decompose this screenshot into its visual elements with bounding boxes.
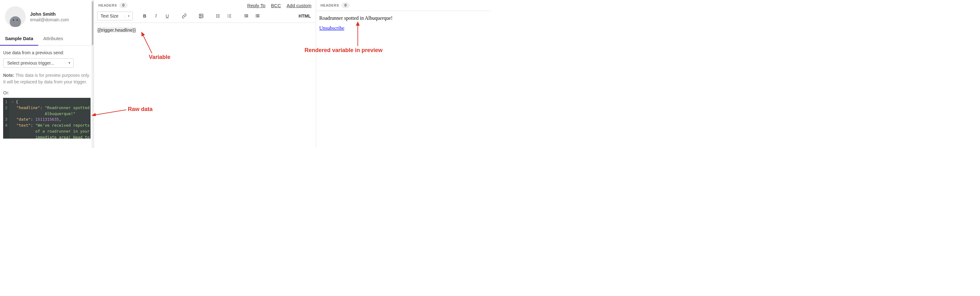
editor-body[interactable]: {{trigger.headline}} [94, 23, 316, 37]
profile-email: email@domain.com [30, 17, 69, 22]
sidebar-tabs: Sample Data Attributes [0, 33, 94, 46]
preview-rendered-text: Roadrunner spotted in Albuquerque! [319, 15, 487, 21]
profile-name: John Smith [30, 11, 69, 17]
image-button[interactable] [196, 11, 206, 21]
svg-point-0 [10, 16, 21, 27]
html-toggle[interactable]: HTML [299, 13, 313, 19]
text-size-label: Text Size [100, 13, 118, 19]
select-placeholder: Select previous trigger... [7, 61, 54, 66]
preview-header: HEADERS 0 [316, 0, 490, 10]
headers-label: HEADERS [99, 3, 117, 7]
tab-sample-data[interactable]: Sample Data [0, 33, 38, 46]
link-button[interactable] [179, 11, 189, 21]
bold-button[interactable]: B [140, 11, 150, 21]
sidebar: John Smith email@domain.com Sample Data … [0, 0, 94, 148]
preview-column: HEADERS 0 Roadrunner spotted in Albuquer… [316, 0, 490, 148]
template-variable: {{trigger.headline}} [97, 27, 136, 33]
raw-data-editor[interactable]: 1234 ▾ { "headline": "Roadrunner spotted… [3, 98, 91, 139]
editor-header: HEADERS 0 Reply To BCC Add custom [94, 0, 316, 10]
note-body: This data is for preview purposes only. … [3, 73, 90, 84]
avatar [5, 6, 26, 27]
svg-point-2 [17, 19, 18, 21]
reply-to-link[interactable]: Reply To [247, 3, 266, 8]
sidebar-scrollbar[interactable] [91, 0, 94, 148]
bcc-link[interactable]: BCC [271, 3, 281, 8]
editor-column: HEADERS 0 Reply To BCC Add custom Text S… [94, 0, 316, 148]
italic-button[interactable]: I [151, 11, 161, 21]
preview-headers-label: HEADERS [320, 3, 339, 7]
svg-point-8 [216, 14, 216, 15]
svg-point-10 [216, 17, 216, 17]
header-links: Reply To BCC Add custom [247, 3, 312, 8]
indent-button[interactable] [253, 11, 262, 21]
previous-trigger-select[interactable]: Select previous trigger... ▼ [3, 58, 74, 68]
code-gutter: 1234 [3, 98, 10, 139]
headers-tag[interactable]: HEADERS 0 [99, 3, 127, 8]
tab-attributes[interactable]: Attributes [38, 33, 68, 45]
preview-headers-tag[interactable]: HEADERS 0 [320, 3, 350, 8]
preview-headers-count: 0 [342, 3, 349, 8]
chevron-down-icon: ▼ [65, 61, 71, 65]
scrollbar-thumb[interactable] [92, 1, 93, 45]
or-label: Or: [3, 90, 91, 95]
ordered-list-button[interactable]: 123 [224, 11, 234, 21]
profile-section: John Smith email@domain.com [0, 0, 94, 33]
add-custom-link[interactable]: Add custom [287, 3, 312, 8]
headers-count: 0 [119, 3, 127, 8]
outdent-button[interactable] [241, 11, 251, 21]
chevron-down-icon: ▼ [125, 15, 130, 18]
note-prefix: Note: [3, 73, 14, 78]
sample-data-panel: Use data from a previous send: Select pr… [0, 46, 94, 142]
editor-toolbar: Text Size ▼ B I U 123 HTML [94, 10, 316, 23]
code-body: ▾ { "headline": "Roadrunner spotted in A… [10, 98, 91, 139]
svg-point-9 [216, 16, 216, 16]
underline-button[interactable]: U [162, 11, 172, 21]
svg-text:3: 3 [228, 16, 228, 18]
unordered-list-button[interactable] [213, 11, 223, 21]
use-data-label: Use data from a previous send: [3, 50, 91, 55]
note-text: Note: This data is for preview purposes … [3, 72, 91, 85]
svg-point-4 [200, 15, 201, 16]
text-size-select[interactable]: Text Size ▼ [97, 11, 133, 21]
preview-body: Roadrunner spotted in Albuquerque! Unsub… [316, 11, 490, 40]
svg-point-1 [13, 19, 14, 21]
unsubscribe-link[interactable]: Unsubscribe [319, 26, 344, 31]
